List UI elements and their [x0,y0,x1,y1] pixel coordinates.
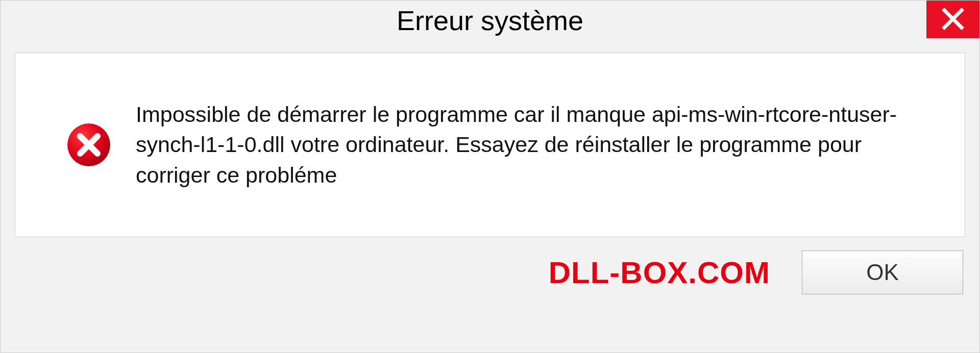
ok-button[interactable]: OK [802,250,963,294]
watermark-text: DLL-BOX.COM [549,255,770,290]
dialog-title: Erreur système [397,5,583,36]
ok-button-label: OK [866,260,899,285]
titlebar: Erreur système [1,1,979,46]
close-icon [941,7,965,32]
dialog-footer: DLL-BOX.COM OK [1,237,979,294]
error-icon [66,122,111,167]
close-button[interactable] [926,1,979,38]
content-panel: Impossible de démarrer le programme car … [15,53,965,237]
error-message: Impossible de démarrer le programme car … [136,99,944,190]
